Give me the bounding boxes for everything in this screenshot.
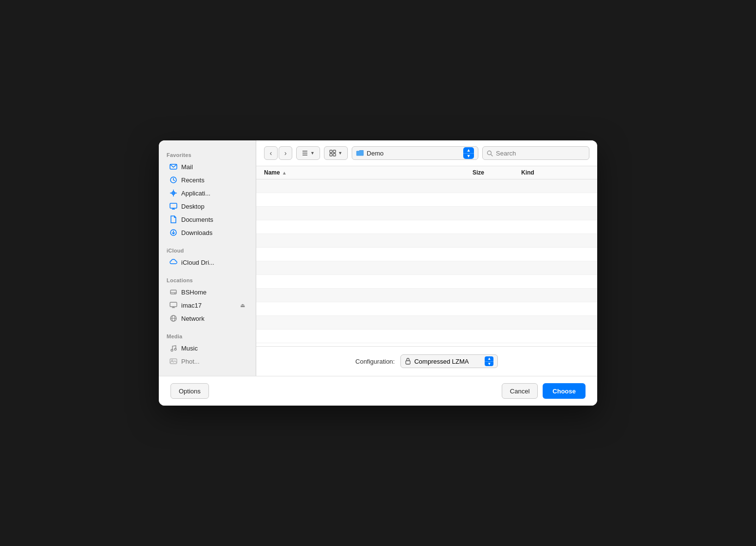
content-area: ‹ › ▼ [256, 140, 597, 376]
monitor-icon [170, 301, 177, 309]
back-button[interactable]: ‹ [264, 146, 278, 160]
file-row[interactable] [256, 330, 597, 343]
location-text: Demo [367, 150, 460, 157]
file-row[interactable] [256, 234, 597, 248]
svg-point-30 [488, 151, 491, 155]
file-row[interactable] [256, 207, 597, 220]
sidebar-item-applications[interactable]: Applicati... [162, 187, 253, 199]
file-list-header: Name ▲ Size Kind [256, 166, 597, 179]
sidebar-item-imac17-label: imac17 [181, 302, 202, 309]
drive-icon [170, 288, 177, 296]
nav-buttons: ‹ › [264, 146, 292, 160]
sidebar-item-recents[interactable]: Recents [162, 174, 253, 186]
sort-arrow-icon: ▲ [282, 170, 287, 176]
col-size-header[interactable]: Size [472, 169, 521, 176]
svg-point-19 [171, 350, 173, 351]
sidebar-item-downloads[interactable]: Downloads [162, 226, 253, 239]
favorites-section-label: Favorites [159, 148, 256, 160]
svg-rect-5 [170, 203, 177, 208]
file-row[interactable] [256, 289, 597, 302]
stepper-down[interactable]: ▼ [463, 154, 474, 159]
sidebar-item-desktop[interactable]: Desktop [162, 200, 253, 213]
cancel-button[interactable]: Cancel [502, 383, 538, 399]
svg-rect-21 [170, 359, 177, 364]
svg-rect-10 [170, 290, 176, 294]
config-select[interactable]: Compressed LZMA ▲ ▼ [400, 354, 498, 368]
sidebar-item-desktop-label: Desktop [181, 203, 205, 210]
folder-icon [356, 150, 364, 156]
stepper-up[interactable]: ▲ [463, 147, 474, 154]
config-stepper-down[interactable]: ▼ [485, 362, 493, 367]
file-row[interactable] [256, 179, 597, 193]
svg-rect-13 [170, 302, 177, 307]
sidebar-item-music[interactable]: Music [162, 342, 253, 354]
downloads-icon [170, 229, 177, 236]
col-kind-header[interactable]: Kind [521, 169, 589, 176]
config-stepper-up[interactable]: ▲ [485, 356, 493, 362]
svg-rect-26 [330, 150, 332, 153]
choose-button[interactable]: Choose [543, 383, 586, 399]
location-bar: Demo ▲ ▼ [352, 146, 478, 160]
photos-icon [170, 357, 177, 365]
file-row[interactable] [256, 248, 597, 261]
actions-bar: Options Cancel Choose [159, 376, 597, 406]
sidebar-item-photos[interactable]: Phot... [162, 355, 253, 368]
sidebar-item-network-label: Network [181, 315, 205, 322]
sidebar-item-imac17[interactable]: imac17 ⏏ [162, 299, 253, 312]
mail-icon [170, 163, 177, 171]
options-button[interactable]: Options [170, 383, 209, 399]
file-list [256, 179, 597, 346]
eject-icon[interactable]: ⏏ [240, 302, 245, 309]
config-bar: Configuration: Compressed LZMA ▲ ▼ [256, 346, 597, 376]
file-row[interactable] [256, 275, 597, 289]
sidebar-item-mail-label: Mail [181, 163, 193, 171]
config-stepper[interactable]: ▲ ▼ [485, 356, 493, 366]
documents-icon [170, 215, 177, 223]
forward-button[interactable]: › [279, 146, 292, 160]
list-view-button[interactable]: ▼ [296, 146, 320, 160]
sidebar-item-network[interactable]: Network [162, 312, 253, 325]
svg-point-20 [174, 349, 176, 351]
col-name-header[interactable]: Name ▲ [264, 169, 472, 176]
media-section-label: Media [159, 330, 256, 341]
file-row[interactable] [256, 302, 597, 316]
sidebar-item-mail[interactable]: Mail [162, 160, 253, 173]
sidebar: Favorites Mail [159, 140, 256, 376]
sidebar-item-recents-label: Recents [181, 176, 205, 184]
sidebar-item-music-label: Music [181, 345, 198, 352]
sidebar-item-applications-label: Applicati... [181, 190, 210, 197]
sidebar-item-icloud-drive[interactable]: iCloud Dri... [162, 256, 253, 269]
file-dialog: Favorites Mail [159, 140, 597, 406]
file-row[interactable] [256, 261, 597, 275]
dialog-main: Favorites Mail [159, 140, 597, 376]
config-value: Compressed LZMA [414, 358, 482, 365]
svg-point-12 [174, 293, 175, 294]
locations-section-label: Locations [159, 273, 256, 285]
search-input[interactable] [496, 150, 585, 157]
svg-line-31 [491, 155, 492, 156]
file-row[interactable] [256, 316, 597, 330]
svg-rect-28 [330, 154, 332, 156]
icloud-icon [170, 258, 177, 266]
list-icon [302, 150, 308, 156]
music-icon [170, 344, 177, 352]
clock-icon [170, 176, 177, 184]
sidebar-item-documents-label: Documents [181, 216, 213, 223]
icloud-section-label: iCloud [159, 244, 256, 255]
sidebar-item-icloud-label: iCloud Dri... [181, 259, 214, 266]
grid-chevron-icon: ▼ [338, 151, 342, 156]
chevron-down-icon: ▼ [310, 151, 315, 156]
config-label: Configuration: [356, 358, 395, 365]
sidebar-item-bshome-label: BSHome [181, 289, 207, 296]
file-row[interactable] [256, 193, 597, 207]
svg-rect-32 [406, 361, 410, 364]
grid-view-button[interactable]: ▼ [324, 146, 348, 160]
location-stepper[interactable]: ▲ ▼ [463, 147, 474, 159]
sidebar-item-downloads-label: Downloads [181, 229, 212, 236]
sidebar-item-documents[interactable]: Documents [162, 213, 253, 226]
file-row[interactable] [256, 220, 597, 234]
lock-icon [405, 358, 411, 365]
applications-icon [170, 189, 177, 197]
network-icon [170, 314, 177, 322]
sidebar-item-bshome[interactable]: BSHome [162, 286, 253, 298]
